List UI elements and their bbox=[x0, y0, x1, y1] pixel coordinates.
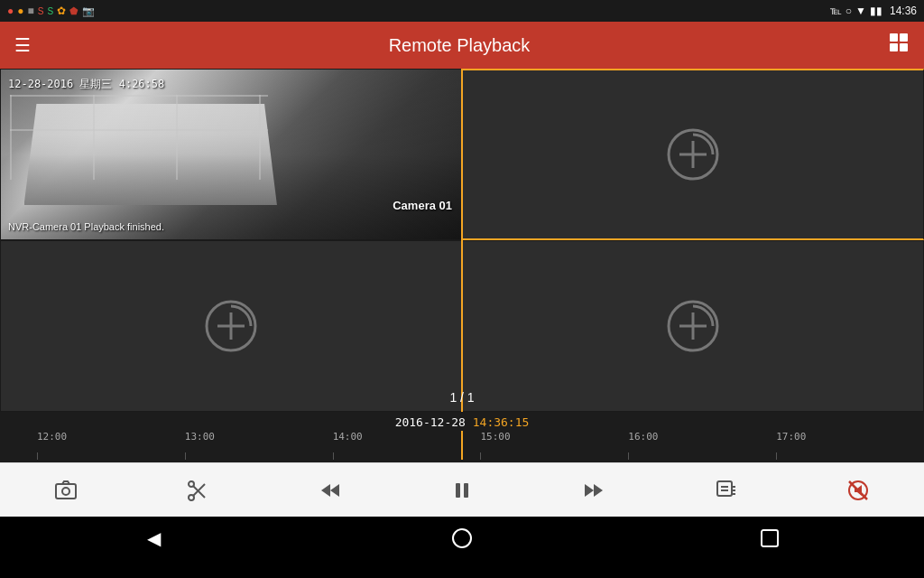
svg-line-17 bbox=[193, 484, 205, 496]
add-camera-4 bbox=[666, 299, 720, 353]
svg-rect-1 bbox=[900, 33, 908, 42]
nav-bar: ◀ bbox=[0, 517, 924, 560]
app-bar: ☰ Remote Playback bbox=[0, 22, 924, 69]
camera-visual bbox=[1, 70, 461, 239]
timeline-datetime: 2016-12-28 14:36:15 bbox=[0, 412, 924, 431]
video-cell-2[interactable] bbox=[462, 69, 924, 240]
bottom-toolbar bbox=[0, 462, 924, 517]
app-icon-3: ■ bbox=[28, 5, 34, 17]
video-grid: 12-28-2016 星期三 4:26:58 Camera 01 NVR-Cam… bbox=[0, 69, 924, 412]
video-cell-3[interactable] bbox=[0, 240, 462, 412]
svg-rect-21 bbox=[456, 483, 460, 498]
signal-icon: ▮▮ bbox=[870, 5, 882, 17]
page-indicator: 1 / 1 bbox=[449, 390, 474, 405]
tick-13 bbox=[185, 452, 186, 460]
svg-line-18 bbox=[193, 486, 205, 498]
page-title: Remote Playback bbox=[31, 35, 888, 56]
svg-rect-13 bbox=[56, 484, 76, 499]
time-label-15: 15:00 bbox=[480, 431, 510, 443]
bluetooth-icon: ℡ bbox=[830, 5, 842, 17]
time-label-13: 13:00 bbox=[185, 431, 215, 443]
video-cell-4[interactable] bbox=[462, 240, 924, 412]
home-button[interactable] bbox=[444, 520, 480, 556]
clock: 14:36 bbox=[890, 5, 917, 17]
tick-17 bbox=[776, 452, 777, 460]
time-label-14: 14:00 bbox=[333, 431, 363, 443]
add-camera-2 bbox=[666, 127, 720, 182]
svg-point-14 bbox=[62, 488, 69, 495]
tick-16 bbox=[628, 452, 629, 460]
status-bar: ● ● ■ S S ✿ ⬟ 📷 ℡ ○ ▼ ▮▮ 14:36 bbox=[0, 0, 924, 22]
svg-marker-23 bbox=[585, 484, 594, 497]
app-icon-8: 📷 bbox=[82, 5, 95, 17]
time-label-12: 12:00 bbox=[37, 431, 67, 443]
app-icon-2: ● bbox=[17, 5, 23, 17]
timeline-area[interactable]: 2016-12-28 14:36:15 12:00 13:00 14:00 15… bbox=[0, 412, 924, 462]
wifi-icon: ▼ bbox=[855, 5, 866, 17]
camera-feed-1: 12-28-2016 星期三 4:26:58 Camera 01 NVR-Cam… bbox=[1, 70, 461, 239]
camera-status: NVR-Camera 01 Playback finished. bbox=[8, 221, 164, 232]
tick-12 bbox=[37, 452, 38, 460]
rewind-button[interactable] bbox=[308, 468, 353, 513]
fastforward-button[interactable] bbox=[571, 468, 616, 513]
svg-marker-20 bbox=[330, 484, 339, 497]
video-cell-1[interactable]: 12-28-2016 星期三 4:26:58 Camera 01 NVR-Cam… bbox=[0, 69, 462, 240]
time-label-17: 17:00 bbox=[776, 431, 806, 443]
app-icon-5: S bbox=[47, 6, 53, 16]
clip-button[interactable] bbox=[175, 468, 220, 513]
app-icon-7: ⬟ bbox=[69, 5, 79, 17]
svg-rect-0 bbox=[890, 33, 898, 42]
app-icon-1: ● bbox=[7, 5, 14, 17]
mute-button[interactable] bbox=[836, 468, 881, 513]
pause-button[interactable] bbox=[439, 468, 485, 513]
grid-divider bbox=[461, 69, 463, 412]
add-camera-3 bbox=[204, 299, 258, 353]
battery-icon: ○ bbox=[845, 5, 852, 17]
svg-rect-25 bbox=[717, 481, 732, 496]
back-button[interactable]: ◀ bbox=[136, 520, 172, 556]
tick-14 bbox=[333, 452, 334, 460]
menu-button[interactable]: ☰ bbox=[14, 34, 31, 56]
svg-marker-24 bbox=[594, 484, 603, 497]
timeline-cursor bbox=[461, 431, 463, 460]
screenshot-button[interactable] bbox=[43, 468, 88, 513]
recent-button[interactable] bbox=[752, 520, 788, 556]
app-icon-6: ✿ bbox=[57, 5, 66, 17]
svg-rect-22 bbox=[464, 483, 468, 498]
svg-marker-19 bbox=[321, 484, 330, 497]
time-label-16: 16:00 bbox=[628, 431, 658, 443]
svg-rect-2 bbox=[890, 43, 898, 51]
timeline-bar[interactable]: 12:00 13:00 14:00 15:00 16:00 17:00 bbox=[0, 431, 924, 460]
app-icon-4: S bbox=[38, 6, 44, 16]
svg-point-33 bbox=[453, 529, 471, 547]
status-left-icons: ● ● ■ S S ✿ ⬟ 📷 bbox=[7, 5, 95, 17]
svg-rect-3 bbox=[900, 43, 908, 51]
layout-button[interactable] bbox=[888, 32, 910, 59]
svg-rect-34 bbox=[762, 530, 778, 546]
camera-timestamp: 12-28-2016 星期三 4:26:58 bbox=[8, 77, 164, 92]
status-right-icons: ℡ ○ ▼ ▮▮ 14:36 bbox=[830, 5, 917, 17]
tick-15 bbox=[480, 452, 481, 460]
camera-label: Camera 01 bbox=[393, 199, 452, 212]
overlay-button[interactable] bbox=[704, 468, 749, 513]
